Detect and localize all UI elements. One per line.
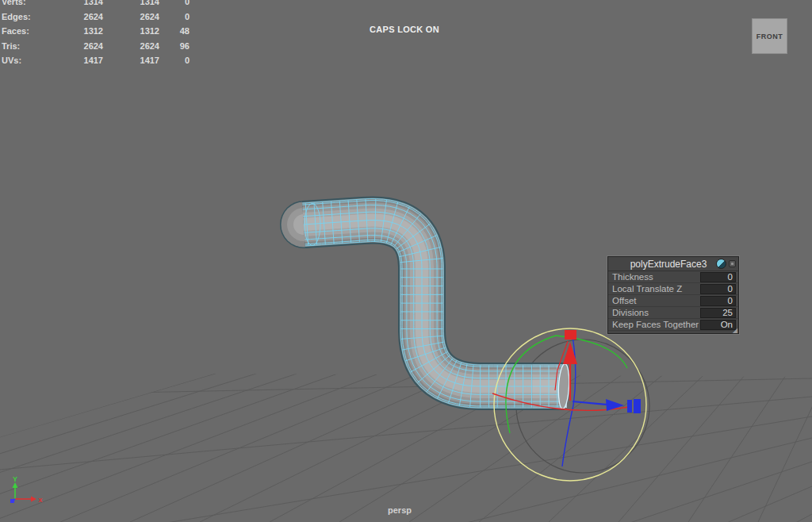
hud-count-selected: 48 — [159, 26, 190, 36]
resize-grip[interactable]: ◢ — [733, 328, 737, 334]
attribute-label: Keep Faces Together — [612, 320, 699, 329]
hud-count-visible: 1314 — [103, 0, 159, 6]
hud-count-total: 2624 — [52, 12, 103, 21]
hud-count-visible: 1417 — [103, 56, 159, 65]
hud-count-total: 1417 — [52, 56, 103, 65]
attribute-row: Local Translate Z 0 — [608, 283, 738, 295]
camera-name-label: persp — [388, 505, 412, 515]
hud-row: Faces: 1312 1312 48 — [2, 24, 190, 39]
scale-handle-blue[interactable] — [634, 399, 641, 413]
collapse-button[interactable] — [729, 260, 736, 267]
attribute-label: Thickness — [612, 272, 653, 282]
view-cube-front[interactable]: FRONT — [752, 18, 787, 54]
attribute-row: Offset 0 — [608, 295, 738, 307]
node-sphere-icon[interactable] — [716, 259, 726, 269]
axis-x-label: x — [38, 496, 42, 504]
panel-rows: Thickness 0 Local Translate Z 0 Offset 0… — [608, 271, 738, 331]
panel-title-bar[interactable]: polyExtrudeFace3 — [608, 257, 738, 271]
translate-handle-right[interactable] — [573, 399, 641, 413]
hud-row-label: Faces: — [2, 26, 52, 36]
attribute-label: Divisions — [612, 308, 649, 317]
hud-count-selected: 0 — [159, 56, 190, 65]
hud-row-label: Verts: — [2, 0, 52, 6]
attribute-value-field[interactable]: 25 — [700, 308, 736, 318]
extruded-polygon-mesh[interactable] — [280, 199, 570, 409]
attribute-value-field[interactable]: 0 — [700, 284, 736, 294]
hud-row-label: Tris: — [2, 41, 52, 51]
hud-count-visible: 1312 — [103, 26, 159, 36]
poly-count-hud: Verts: 1314 1314 0 Edges: 2624 2624 0 Fa… — [2, 0, 190, 68]
hud-count-total: 1314 — [52, 0, 103, 6]
hud-row: UVs: 1417 1417 0 — [2, 53, 190, 68]
hud-row-label: UVs: — [2, 56, 52, 65]
attribute-label: Local Translate Z — [612, 284, 682, 294]
hud-row-label: Edges: — [2, 12, 52, 21]
attribute-label: Offset — [612, 296, 636, 305]
axis-y-label: Y — [13, 475, 17, 483]
hud-count-selected: 0 — [159, 12, 190, 21]
attribute-row: Divisions 25 — [608, 307, 738, 319]
hud-row: Tris: 2624 2624 96 — [2, 39, 190, 54]
attribute-row: Keep Faces Together On — [608, 319, 738, 331]
caps-lock-warning: CAPS LOCK ON — [370, 25, 439, 34]
scale-handle-red[interactable] — [565, 330, 576, 340]
scale-handle-blue[interactable] — [627, 400, 632, 413]
hud-count-selected: 96 — [159, 41, 190, 51]
hud-count-total: 1312 — [52, 26, 103, 36]
attribute-row: Thickness 0 — [608, 271, 738, 283]
hud-row: Edges: 2624 2624 0 — [2, 10, 190, 25]
attribute-value-field[interactable]: On — [700, 320, 736, 330]
hud-count-visible: 2624 — [103, 12, 159, 21]
panel-title: polyExtrudeFace3 — [608, 259, 716, 270]
poly-extrude-editor[interactable]: polyExtrudeFace3 Thickness 0 Local Trans… — [607, 256, 739, 334]
hud-count-visible: 2624 — [103, 41, 159, 51]
hud-count-selected: 0 — [159, 0, 190, 6]
attribute-value-field[interactable]: 0 — [700, 272, 736, 282]
world-axis-gizmo: Y x — [10, 475, 43, 504]
hud-row: Verts: 1314 1314 0 — [2, 0, 190, 10]
hud-count-total: 2624 — [52, 41, 103, 51]
maya-viewport[interactable]: Y x Verts: 1314 1314 0 Edges: 2624 2624 … — [0, 0, 812, 522]
attribute-value-field[interactable]: 0 — [700, 296, 736, 306]
